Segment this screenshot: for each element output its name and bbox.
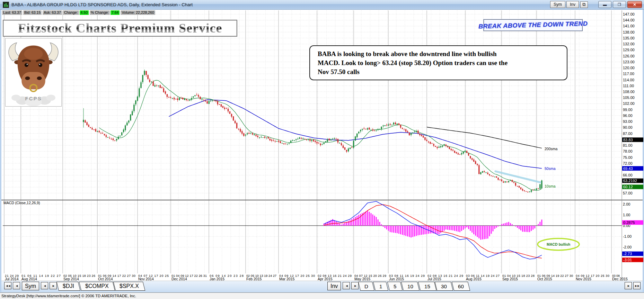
price-axis-label: 129.00	[623, 48, 635, 52]
sma-label: 200sma	[545, 147, 558, 151]
quote-field: Last: 63.37	[2, 10, 22, 15]
price-axis-label: 117.00	[623, 72, 634, 76]
month-axis-label: Oct 2015	[537, 277, 552, 281]
index-tab-spx.x[interactable]: $SPX.X	[113, 282, 145, 291]
month-axis-label: Nov 2014	[138, 277, 154, 281]
price-axis-label: 141.00	[623, 24, 635, 28]
price-axis-label: 93.00	[623, 119, 633, 124]
price-axis-label: 78.00	[623, 149, 633, 153]
titlebar-inv-button[interactable]: Inv	[566, 1, 579, 8]
timeframe-tab-10[interactable]: 10	[401, 282, 420, 291]
chart-app-icon	[3, 2, 9, 8]
price-axis-label: 114.00	[623, 78, 634, 82]
quote-field: % Change:7.64	[90, 10, 120, 15]
month-axis-label: Jul 2015	[427, 277, 441, 281]
month-axis-label: Oct 2014	[98, 277, 113, 281]
price-axis-label: 126.00	[623, 54, 635, 58]
month-axis-label: Dec 2015	[612, 277, 628, 281]
price-axis-label: 66.00	[623, 173, 633, 177]
symbol-tab-group: ◄◄◄Sym◄►$DJI$COMPX$SPX.X	[3, 282, 145, 291]
axis-marker-text: -3.01	[623, 258, 632, 262]
month-axis-label: Apr 2015	[318, 277, 333, 281]
price-axis-label: 102.00	[623, 101, 635, 106]
window-title: BABA - ALIBABA GROUP HLDG LTD SPONSORED …	[11, 2, 193, 7]
right-scroll-group: ►►►	[624, 282, 641, 289]
month-axis-label: Sep 2014	[63, 277, 79, 281]
price-axis-label: 120.00	[623, 66, 635, 70]
symbol-button[interactable]: Sym	[22, 282, 39, 290]
prev-interval-button[interactable]: ◄	[343, 282, 350, 289]
axis-marker-text: -2.73	[623, 252, 632, 256]
last-page-button[interactable]: ►►	[633, 282, 641, 289]
note-line: BABA is looking to break above the downt…	[318, 49, 561, 58]
month-axis-label: Sep 2015	[502, 277, 518, 281]
axis-marker-text: 0.2875	[623, 220, 635, 225]
timeframe-tab-15[interactable]: 15	[418, 282, 436, 291]
price-axis-label: 90.00	[623, 125, 633, 129]
break-above-banner: BREAK ABOVE THE DOWN TREND	[483, 19, 583, 31]
sma-label: 10sma	[545, 184, 556, 188]
fitzstock-bull-logo: FCPS	[5, 38, 62, 107]
prev-page-button[interactable]: ◄	[13, 282, 20, 289]
axis-marker-text: 63.2192	[623, 179, 637, 183]
analyst-note-box: BABA is looking to break above the downt…	[309, 45, 567, 80]
month-axis-label: Jul 2014	[5, 277, 19, 281]
next-interval-button[interactable]: ►	[351, 282, 359, 289]
next-page-button[interactable]: ►	[625, 282, 632, 289]
timeframe-tab-1[interactable]: 1	[373, 282, 389, 291]
macd-axis-label: -1.00	[623, 234, 632, 238]
timeframe-tab-5[interactable]: 5	[387, 282, 403, 291]
popout-window-icon[interactable]: ⧉	[580, 1, 588, 8]
quote-field: Volume: 22,228,260	[121, 10, 155, 15]
titlebar-sym-button[interactable]: Sym	[550, 1, 565, 8]
quote-bar: Last: 63.37Bid: 63.15Ask: 63.37Change:4.…	[2, 10, 155, 15]
status-text: StrategyDesk [http://www.tdameritrade.co…	[1, 294, 136, 298]
price-axis-label: 99.00	[623, 108, 633, 112]
sma-label: 50sma	[545, 166, 556, 171]
inv-button[interactable]: Inv	[327, 282, 341, 290]
price-axis-label: 57.00	[623, 191, 633, 195]
note-line: MACD. Look to long> 63.24 (stop 58.20) O…	[318, 58, 561, 67]
month-axis-label: Jan 2015	[210, 277, 224, 281]
note-line: Nov 57.50 calls	[318, 67, 561, 76]
axis-marker-text: 60.12	[623, 185, 633, 189]
close-button[interactable]: ✕	[627, 1, 642, 8]
price-axis-label: 135.00	[623, 36, 635, 40]
macd-study-label: MACD (Close,12,26,9)	[3, 201, 40, 205]
prev-symbol-button[interactable]: ◄	[41, 282, 48, 289]
title-bar[interactable]: BABA - ALIBABA GROUP HLDG LTD SPONSORED …	[0, 0, 644, 10]
macd-axis-label: -2.00	[623, 245, 632, 249]
price-axis-label: 123.00	[623, 60, 635, 64]
price-axis-label: 144.00	[623, 18, 635, 22]
interval-tab-group: Inv◄►D1510153060	[326, 282, 470, 291]
index-tab-dji[interactable]: $DJI	[56, 282, 80, 291]
restore-button[interactable]: ❐	[613, 1, 626, 8]
quote-field: Change:4.50	[63, 10, 89, 15]
month-axis-label: Dec 2014	[171, 277, 187, 281]
price-axis-label: 75.00	[623, 155, 633, 160]
next-symbol-button[interactable]: ►	[50, 282, 57, 289]
quote-field: Ask: 63.37	[43, 10, 62, 15]
month-axis-label: Aug 2014	[21, 277, 37, 281]
price-axis-label: 111.00	[623, 84, 634, 88]
timeframe-tab-60[interactable]: 60	[452, 282, 470, 291]
minimize-button[interactable]: ▬	[598, 1, 611, 8]
price-axis-label: 81.00	[623, 143, 633, 147]
price-axis-label: 96.00	[623, 114, 633, 118]
month-axis-label: Mar 2015	[279, 277, 295, 281]
break-above-text: BREAK ABOVE THE DOWN TREND	[478, 20, 588, 30]
price-axis-label: 72.00	[623, 161, 633, 165]
price-axis-label: 105.00	[623, 96, 635, 100]
month-axis-label: May 2015	[354, 277, 370, 281]
month-axis-label: Aug 2015	[466, 277, 482, 281]
chart-canvas[interactable]: 147.00144.00141.00138.00135.00132.00129.…	[0, 0, 644, 299]
axis-marker-text: 83.83	[623, 138, 633, 142]
bull-logo-caption: FCPS	[6, 96, 61, 101]
month-axis-label: Jun 2015	[389, 277, 404, 281]
premium-service-banner: Fitzstock Charts Premium Service Fitzsto…	[3, 20, 237, 37]
index-tab-compx[interactable]: $COMPX	[79, 282, 115, 291]
timeframe-tab-30[interactable]: 30	[435, 282, 453, 291]
price-axis-label: 108.00	[623, 90, 635, 94]
first-page-button[interactable]: ◄◄	[4, 282, 11, 289]
timeframe-tab-d[interactable]: D	[358, 282, 374, 291]
